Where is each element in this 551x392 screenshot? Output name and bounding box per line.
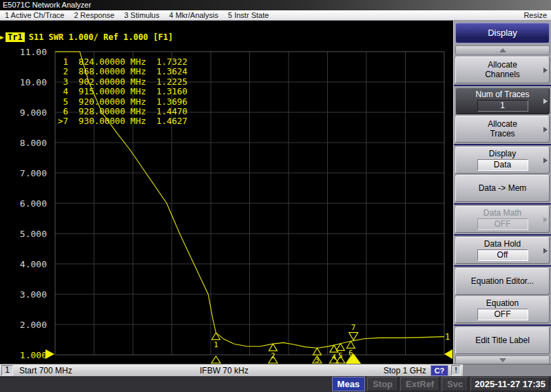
y-axis-label: 6.000 xyxy=(20,198,47,209)
softkey-separator xyxy=(454,203,551,205)
trace-format-info: S11 SWR 1.000/ Ref 1.000 [F1] xyxy=(29,32,174,42)
start-frequency-label: Start 700 MHz xyxy=(19,366,72,375)
marker-1-label: 1 xyxy=(214,340,218,349)
softkey-separator xyxy=(454,85,551,86)
softkey-display[interactable]: DisplayData xyxy=(455,147,550,174)
marker-1-stimulus-indicator xyxy=(211,356,220,363)
softkey-label: Channels xyxy=(485,70,520,80)
trace-end-label: 1 xyxy=(445,332,450,342)
submenu-arrow-icon xyxy=(543,217,548,223)
y-axis-label: 5.000 xyxy=(20,229,47,239)
status-extref: ExtRef xyxy=(400,377,439,391)
marker-1-trace-symbol xyxy=(212,333,220,340)
trace-header: ▶ Tr1 S11 SWR 1.000/ Ref 1.000 [F1] xyxy=(0,32,173,42)
instrument-status-bar: Meas Stop ExtRef Svc 2025-11-27 17:35 xyxy=(0,376,551,392)
softkey-separator xyxy=(454,265,551,267)
menu-1-active-ch-trace[interactable]: 1 Active Ch/Trace xyxy=(0,11,69,19)
status-stop: Stop xyxy=(367,377,398,391)
marker-table-row-5: 5 920.00000 MHz 1.3696 xyxy=(58,97,187,107)
marker-table-row-1: 1 824.00000 MHz 1.7322 xyxy=(58,57,187,67)
softkey-label: Data Math xyxy=(484,209,521,218)
softkey-equation[interactable]: EquationOFF xyxy=(455,296,550,323)
submenu-arrow-icon xyxy=(543,68,548,73)
marker-table-row-7: >7 930.00000 MHz 1.4627 xyxy=(58,116,187,126)
softkey-value: Off xyxy=(477,249,528,261)
marker-2-trace-symbol xyxy=(269,344,277,351)
channel-number-badge: 1 xyxy=(1,365,13,375)
window-title: E5071C Network Analyzer xyxy=(3,1,91,9)
marker-4-trace-symbol xyxy=(330,345,338,352)
alert-badge[interactable]: ! xyxy=(451,365,461,375)
marker-7-trace-symbol xyxy=(349,333,358,340)
submenu-arrow-icon xyxy=(543,99,548,104)
menu-3-stimulus[interactable]: 3 Stimulus xyxy=(119,11,164,19)
channel-status-bar: 1 Start 700 MHz IFBW 70 kHz Stop 1 GHz C… xyxy=(0,364,463,376)
reference-level-arrow-right-icon xyxy=(444,349,453,359)
softkey-data-hold[interactable]: Data HoldOff xyxy=(455,237,550,264)
reference-level-arrow-left-icon xyxy=(45,349,54,359)
y-axis-label: 9.000 xyxy=(20,107,47,118)
marker-3-trace-symbol xyxy=(313,348,321,355)
scroll-down-icon xyxy=(499,358,506,362)
menu-2-response[interactable]: 2 Response xyxy=(69,11,119,19)
softkey-label: Allocate xyxy=(488,61,517,70)
softkey-label: Equation xyxy=(486,299,519,309)
trace-name-badge[interactable]: Tr1 xyxy=(6,32,25,42)
submenu-arrow-icon xyxy=(543,127,548,132)
e5071c-screen: E5071C Network Analyzer 1 Active Ch/Trac… xyxy=(0,0,551,392)
softkey-edit-title-label[interactable]: Edit Title Label xyxy=(455,327,550,354)
softkey-label: Data -> Mem xyxy=(479,184,527,194)
y-axis-label: 7.000 xyxy=(20,168,47,178)
softkey-num-of-traces[interactable]: Num of Traces1 xyxy=(455,87,550,114)
softkey-label: Display xyxy=(489,149,516,159)
main-display-area: 11.0010.009.0008.0007.0006.0005.0004.000… xyxy=(0,21,453,364)
softkey-label: Allocate xyxy=(488,120,517,130)
y-axis-label: 10.00 xyxy=(20,77,47,87)
menu-bar: 1 Active Ch/Trace2 Response3 Stimulus4 M… xyxy=(0,10,551,21)
status-svc: Svc xyxy=(441,377,468,391)
marker-table-row-3: 3 902.00000 MHz 1.2225 xyxy=(58,77,187,87)
marker-table: 1 824.00000 MHz 1.7322 2 868.00000 MHz 1… xyxy=(58,57,187,127)
softkey-equation-editor[interactable]: Equation Editor... xyxy=(455,268,550,295)
marker-4-label: 4 xyxy=(332,353,337,362)
marker-table-row-4: 4 915.00000 MHz 1.3160 xyxy=(58,87,187,96)
softkey-allocate-channels[interactable]: AllocateChannels xyxy=(455,56,550,83)
marker-7-label: 7 xyxy=(351,323,356,332)
channel-bar-right-filler xyxy=(463,364,551,376)
softkey-allocate-traces[interactable]: AllocateTraces xyxy=(455,116,550,143)
cal-status-badge: C? xyxy=(430,365,449,376)
softkey-data-mem[interactable]: Data -> Mem xyxy=(455,175,550,202)
marker-table-row-2: 2 868.00000 MHz 1.3624 xyxy=(58,67,187,76)
softkey-separator xyxy=(454,144,551,145)
status-meas: Meas xyxy=(332,377,366,391)
softkey-separator xyxy=(454,324,551,326)
menu-items: 1 Active Ch/Trace2 Response3 Stimulus4 M… xyxy=(0,11,273,19)
y-axis-label: 4.000 xyxy=(20,259,47,269)
softkey-label: Equation Editor... xyxy=(471,277,534,287)
active-trace-arrow-icon: ▶ xyxy=(0,34,6,41)
softkey-label: Num of Traces xyxy=(475,90,529,100)
menu-resize[interactable]: Resize xyxy=(523,11,551,19)
y-axis-label: 1.000 xyxy=(20,350,47,360)
softkey-value: 1 xyxy=(477,100,528,112)
y-axis-label: 3.000 xyxy=(20,289,47,300)
submenu-arrow-icon xyxy=(543,158,548,163)
menu-5-instr-state[interactable]: 5 Instr State xyxy=(223,11,273,19)
softkey-label: Edit Title Label xyxy=(475,336,530,346)
softkey-scroll-up-button[interactable] xyxy=(455,45,550,55)
softkey-separator xyxy=(454,234,551,236)
softkey-label: Traces xyxy=(490,130,514,139)
submenu-arrow-icon xyxy=(543,248,548,254)
ifbw-label: IFBW 70 kHz xyxy=(200,366,249,375)
softkey-display-header[interactable]: Display xyxy=(455,23,550,43)
y-axis-label: 8.000 xyxy=(20,138,47,148)
stop-frequency-label: Stop 1 GHz xyxy=(384,366,426,375)
softkey-value: OFF xyxy=(477,309,528,320)
marker-table-row-6: 6 928.00000 MHz 1.4470 xyxy=(58,107,187,116)
window-titlebar[interactable]: E5071C Network Analyzer xyxy=(0,0,551,10)
status-datetime: 2025-11-27 17:35 xyxy=(470,377,550,391)
y-axis-label: 11.00 xyxy=(20,47,47,57)
menu-4-mkr-analysis[interactable]: 4 Mkr/Analysis xyxy=(164,11,223,19)
softkey-data-math: Data MathOFF xyxy=(455,206,550,233)
scroll-up-icon xyxy=(499,48,506,52)
